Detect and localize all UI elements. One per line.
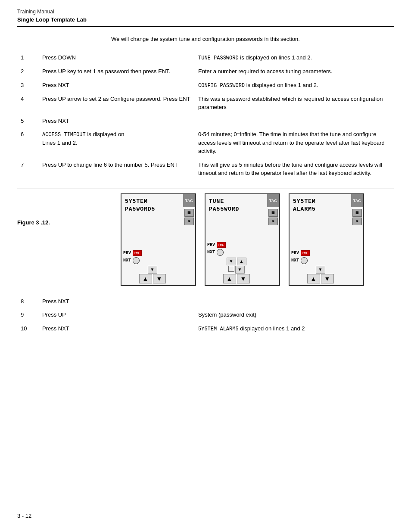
down-arrow-button-2[interactable]: ▼ <box>235 266 245 274</box>
step-action: Press UP to change line 6 to the number … <box>39 158 195 180</box>
right-panel: ▩◙ <box>267 207 279 227</box>
step-result <box>195 295 394 308</box>
right-panel: ▩◙ <box>183 207 195 227</box>
bottom-controls: PRVR/LNXT <box>290 249 351 266</box>
tag-bar: TAG <box>351 194 363 207</box>
down-arrow-row: ▼ <box>148 266 157 274</box>
table-row: 2Press UP key to set 1 as password then … <box>17 65 394 78</box>
step-action: Press UP <box>39 308 195 322</box>
step-action: ACCESS TIMEOUT is displayed onLines 1 an… <box>39 128 195 158</box>
big-arrow-row: ▲▼ <box>307 274 334 283</box>
step-result: 5Y5TEM ALARM5 displayed on lines 1 and 2 <box>195 322 394 336</box>
table-row: 10Press NXT5Y5TEM ALARM5 displayed on li… <box>17 322 394 336</box>
config-icon[interactable]: ◙ <box>352 218 362 225</box>
config-icon[interactable]: ◙ <box>268 218 278 225</box>
step-result: This was a password established which is… <box>195 92 394 114</box>
rl-button[interactable]: R/L <box>301 250 310 256</box>
graph-icon[interactable]: ▩ <box>352 209 362 217</box>
small-square <box>228 266 234 272</box>
down-arrow-button[interactable]: ▼ <box>227 258 236 265</box>
steps-table-2: 8Press NXT9Press UPSystem (password exit… <box>17 295 394 336</box>
down-arrow-button[interactable]: ▼ <box>316 266 325 274</box>
up-down-arrow-row: ▼▲ <box>227 258 246 265</box>
table-row: 1Press DOWNTUNE PASSWORD is displayed on… <box>17 51 394 65</box>
nxt-circle-row: NXT <box>291 257 348 264</box>
device-display: TAG5Y5TEMPA5WORD5▩◙PRVR/LNXT▼▲▼ <box>121 193 196 286</box>
display-line-1: 5Y5TEM <box>293 198 360 205</box>
step-number: 8 <box>17 295 39 308</box>
device-display: TAGTUNEPA55WORD▩◙PRVR/LNXT▼▲▼▲▼ <box>205 193 280 286</box>
prv-button[interactable]: PRV <box>291 251 299 255</box>
big-up-arrow-button[interactable]: ▲ <box>139 274 152 283</box>
display-line-1: 5Y5TEM <box>125 198 192 205</box>
step-action: Press UP key to set 1 as password then p… <box>39 65 195 78</box>
header: Training Manual Single Loop Template Lab <box>17 9 394 23</box>
section-title: Single Loop Template Lab <box>17 16 394 23</box>
footer-page: 3 - 12 <box>17 513 31 519</box>
step-number: 1 <box>17 51 39 65</box>
step-result: CONFIG PASSWORD is displayed on lines 1 … <box>195 78 394 92</box>
circle-button[interactable] <box>301 257 308 264</box>
tag-bar: TAG <box>183 194 195 207</box>
table-row: 4Press UP arrow to set 2 as Configure pa… <box>17 92 394 114</box>
big-arrow-row: ▲▼ <box>139 274 166 283</box>
step-action: Press NXT <box>39 78 195 92</box>
big-down-arrow-button[interactable]: ▼ <box>153 274 166 283</box>
step-number: 7 <box>17 158 39 180</box>
square-row: ▼ <box>228 266 245 274</box>
config-icon[interactable]: ◙ <box>184 218 194 225</box>
bottom-controls: PRVR/LNXT <box>206 240 267 258</box>
right-panel: ▩◙ <box>351 207 363 227</box>
header-divider <box>17 26 394 27</box>
big-arrow-row: ▲▼ <box>223 274 250 283</box>
table-row: 8Press NXT <box>17 295 394 308</box>
step-action: Press NXT <box>39 114 195 128</box>
graph-icon[interactable]: ▩ <box>268 209 278 217</box>
step-result: Enter a number required to access tuning… <box>195 65 394 78</box>
circle-button[interactable] <box>133 257 140 264</box>
prv-rl-row: PRVR/L <box>291 250 348 256</box>
graph-icon[interactable]: ▩ <box>184 209 194 217</box>
step-number: 9 <box>17 308 39 322</box>
tag-bar: TAG <box>267 194 279 207</box>
bottom-controls: PRVR/LNXT <box>121 249 183 266</box>
rl-button[interactable]: R/L <box>133 250 142 256</box>
step-number: 6 <box>17 128 39 158</box>
nxt-button[interactable]: NXT <box>291 258 299 263</box>
big-down-arrow-button[interactable]: ▼ <box>237 274 250 283</box>
step-number: 2 <box>17 65 39 78</box>
up-arrow-button[interactable]: ▲ <box>237 258 246 265</box>
nxt-circle-row: NXT <box>207 249 264 256</box>
nxt-button[interactable]: NXT <box>207 250 215 255</box>
steps-table: 1Press DOWNTUNE PASSWORD is displayed on… <box>17 51 394 180</box>
arrow-buttons: ▼▲▼ <box>121 266 183 285</box>
step-result: TUNE PASSWORD is displayed on lines 1 an… <box>195 51 394 65</box>
training-manual-label: Training Manual <box>17 9 394 15</box>
table-row: 9Press UPSystem (password exit) <box>17 308 394 322</box>
step-number: 3 <box>17 78 39 92</box>
arrow-buttons: ▼▲▼▲▼ <box>206 258 267 285</box>
big-up-arrow-button[interactable]: ▲ <box>223 274 236 283</box>
down-arrow-row: ▼ <box>316 266 325 274</box>
step-action: Press NXT <box>39 295 195 308</box>
nxt-button[interactable]: NXT <box>123 258 131 263</box>
step-action: Press DOWN <box>39 51 195 65</box>
prv-button[interactable]: PRV <box>123 251 131 255</box>
step-result: 0-54 minutes; 0=infinite. The time in mi… <box>195 128 394 158</box>
prv-rl-row: PRVR/L <box>123 250 180 256</box>
arrow-buttons: ▼▲▼ <box>290 266 351 285</box>
rl-button[interactable]: R/L <box>217 242 226 248</box>
step-number: 10 <box>17 322 39 336</box>
down-arrow-button[interactable]: ▼ <box>148 266 157 274</box>
step-result <box>195 114 394 128</box>
display-line-2: ALARM5 <box>293 205 360 213</box>
table-row: 6ACCESS TIMEOUT is displayed onLines 1 a… <box>17 128 394 158</box>
circle-button[interactable] <box>217 249 224 256</box>
table-row: 3Press NXTCONFIG PASSWORD is displayed o… <box>17 78 394 92</box>
figure-label: Figure 3 .12. <box>17 193 69 226</box>
prv-button[interactable]: PRV <box>207 243 215 247</box>
prv-rl-row: PRVR/L <box>207 242 264 248</box>
display-line-2: PA5WORD5 <box>125 205 192 213</box>
big-up-arrow-button[interactable]: ▲ <box>307 274 320 283</box>
big-down-arrow-button[interactable]: ▼ <box>321 274 334 283</box>
